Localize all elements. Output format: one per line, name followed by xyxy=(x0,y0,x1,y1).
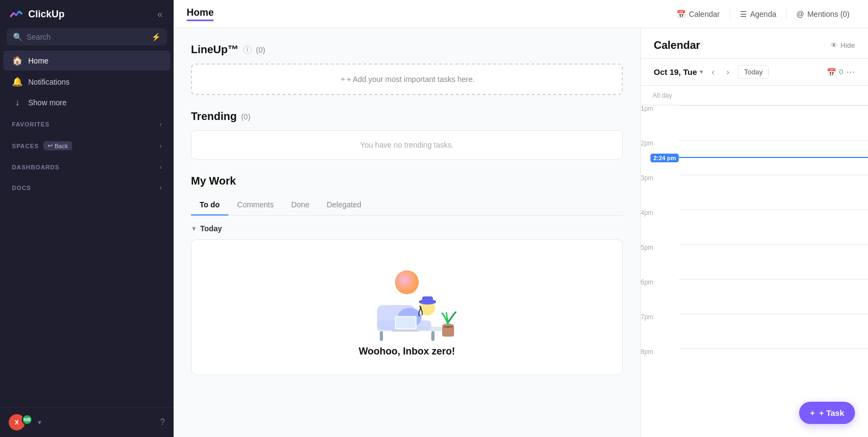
sidebar-header: ClickUp « xyxy=(0,0,174,28)
my-work-tabs: To do Comments Done Delegated xyxy=(191,195,623,216)
sidebar-item-notifications[interactable]: 🔔 Notifications xyxy=(3,72,170,92)
cal-calendar-icon: 📅 xyxy=(827,68,836,77)
time-label-7pm: 7pm xyxy=(641,314,679,320)
add-task-plus-icon: ＋ xyxy=(339,74,347,84)
trending-empty-box: You have no trending tasks. xyxy=(191,130,623,160)
inbox-zero-illustration xyxy=(347,262,467,346)
dashboards-label: DASHBOARDS xyxy=(12,164,60,170)
sidebar-item-show-more-label: Show more xyxy=(28,98,67,107)
trending-section: Trending (0) You have no trending tasks. xyxy=(191,110,623,160)
trending-empty-label: You have no trending tasks. xyxy=(360,141,454,149)
time-label-1pm: 1pm xyxy=(641,105,679,112)
calendar-panel: Calendar 👁 Hide Oct 19, Tue ▾ ‹ › Today … xyxy=(640,28,868,437)
agenda-button[interactable]: ☰ Agenda xyxy=(735,7,782,22)
favorites-section[interactable]: FAVORITES › xyxy=(3,115,170,131)
tab-todo[interactable]: To do xyxy=(191,195,228,216)
dashboards-section[interactable]: DASHBOARDS › xyxy=(3,158,170,174)
logo: ClickUp xyxy=(9,7,65,22)
user-chevron-icon[interactable]: ▾ xyxy=(38,419,41,426)
calendar-nav: Oct 19, Tue ▾ ‹ › Today 📅 0 ⋯ xyxy=(641,59,868,86)
tab-delegated[interactable]: Delegated xyxy=(318,195,370,216)
calendar-more-button[interactable]: ⋯ xyxy=(846,67,855,77)
calendar-actions: 📅 0 ⋯ xyxy=(827,67,855,77)
show-more-icon: ↓ xyxy=(12,98,23,107)
inbox-zero-text: Woohoo, Inbox zero! xyxy=(359,346,455,357)
cal-count: 0 xyxy=(839,68,843,76)
my-work-title: My Work xyxy=(191,175,623,187)
sidebar-item-home-label: Home xyxy=(28,56,48,65)
sidebar-item-notifications-label: Notifications xyxy=(28,78,69,86)
app-name: ClickUp xyxy=(28,9,65,20)
lineup-title-text: LineUp™ xyxy=(191,43,239,56)
trending-count: (0) xyxy=(241,112,250,121)
topbar-actions: 📅 Calendar ☰ Agenda @ Mentions (0) xyxy=(671,7,855,22)
add-task-fab-button[interactable]: + + Task xyxy=(799,402,855,424)
docs-arrow-icon: › xyxy=(159,184,162,192)
main-area: Home 📅 Calendar ☰ Agenda @ Mentions (0) xyxy=(174,0,868,437)
sidebar-footer: X NB ▾ ? xyxy=(0,407,174,437)
calendar-title: Calendar xyxy=(654,39,700,52)
home-icon: 🏠 xyxy=(12,55,23,66)
time-row-3pm: 3pm xyxy=(641,175,868,210)
trending-title-text: Trending xyxy=(191,110,237,123)
current-time-badge: 2:24 pm xyxy=(650,154,679,162)
today-header[interactable]: ▼ Today xyxy=(191,224,623,233)
calendar-btn-label: Calendar xyxy=(689,10,720,18)
time-label-5pm: 5pm xyxy=(641,244,679,251)
svg-rect-11 xyxy=(396,317,416,328)
time-row-5pm: 5pm xyxy=(641,244,868,279)
favorites-arrow-icon: › xyxy=(159,121,162,128)
lineup-add-task-box[interactable]: ＋ + Add your most important tasks here. xyxy=(191,64,623,95)
time-label-3pm: 3pm xyxy=(641,175,679,181)
dashboards-arrow-icon: › xyxy=(159,163,162,171)
eye-off-icon: 👁 xyxy=(831,41,838,49)
spaces-label: SPACES xyxy=(12,143,39,149)
spaces-left: SPACES ↩ Back xyxy=(12,141,72,150)
lineup-info-icon[interactable]: i xyxy=(243,46,252,54)
calendar-next-button[interactable]: › xyxy=(723,66,732,79)
back-chip[interactable]: ↩ Back xyxy=(43,141,72,150)
sidebar-collapse-button[interactable]: « xyxy=(155,7,165,22)
avatar-wrapper: X NB xyxy=(9,414,33,430)
sidebar-item-show-more[interactable]: ↓ Show more xyxy=(3,93,170,112)
calendar-header: Calendar 👁 Hide xyxy=(641,28,868,59)
svg-point-0 xyxy=(395,270,419,294)
time-row-7pm: 7pm xyxy=(641,314,868,349)
sidebar-item-home[interactable]: 🏠 Home xyxy=(3,50,170,71)
mentions-button[interactable]: @ Mentions (0) xyxy=(791,7,855,22)
calendar-hide-button[interactable]: 👁 Hide xyxy=(831,41,855,49)
svg-rect-4 xyxy=(380,331,383,341)
topbar-divider xyxy=(730,9,730,20)
calendar-button[interactable]: 📅 Calendar xyxy=(671,7,725,22)
content-area: LineUp™ i (0) ＋ + Add your most importan… xyxy=(174,28,868,437)
svg-rect-12 xyxy=(392,330,419,332)
my-work-title-text: My Work xyxy=(191,175,236,187)
trending-title: Trending (0) xyxy=(191,110,623,123)
spaces-section[interactable]: SPACES ↩ Back › xyxy=(3,136,170,154)
all-day-row: All day xyxy=(641,86,868,105)
page-title: Home xyxy=(187,7,214,18)
search-icon: 🔍 xyxy=(13,33,22,41)
topbar: Home 📅 Calendar ☰ Agenda @ Mentions (0) xyxy=(174,0,868,28)
docs-label: DOCS xyxy=(12,185,31,191)
page-title-underline xyxy=(187,20,214,21)
tab-done-label: Done xyxy=(291,200,309,209)
sidebar: ClickUp « 🔍 Search ⚡ 🏠 Home 🔔 Notificati… xyxy=(0,0,174,437)
tab-done[interactable]: Done xyxy=(283,195,318,216)
time-row-4pm: 4pm xyxy=(641,210,868,244)
calendar-today-button[interactable]: Today xyxy=(738,65,769,79)
calendar-body: All day 1pm 2pm 2:24 pm xyxy=(641,86,868,437)
help-icon[interactable]: ? xyxy=(160,417,165,427)
calendar-prev-button[interactable]: ‹ xyxy=(709,66,718,79)
add-task-label: + Task xyxy=(819,408,844,417)
favorites-label: FAVORITES xyxy=(12,121,49,128)
lineup-section: LineUp™ i (0) ＋ + Add your most importan… xyxy=(191,43,623,95)
calendar-hide-label: Hide xyxy=(840,41,855,49)
docs-section[interactable]: DOCS › xyxy=(3,179,170,195)
tab-delegated-label: Delegated xyxy=(327,200,361,209)
agenda-btn-label: Agenda xyxy=(750,10,776,18)
search-bar[interactable]: 🔍 Search ⚡ xyxy=(7,28,167,46)
current-time-line xyxy=(679,157,868,158)
calendar-date-select[interactable]: Oct 19, Tue ▾ xyxy=(654,67,703,77)
tab-comments[interactable]: Comments xyxy=(228,195,283,216)
